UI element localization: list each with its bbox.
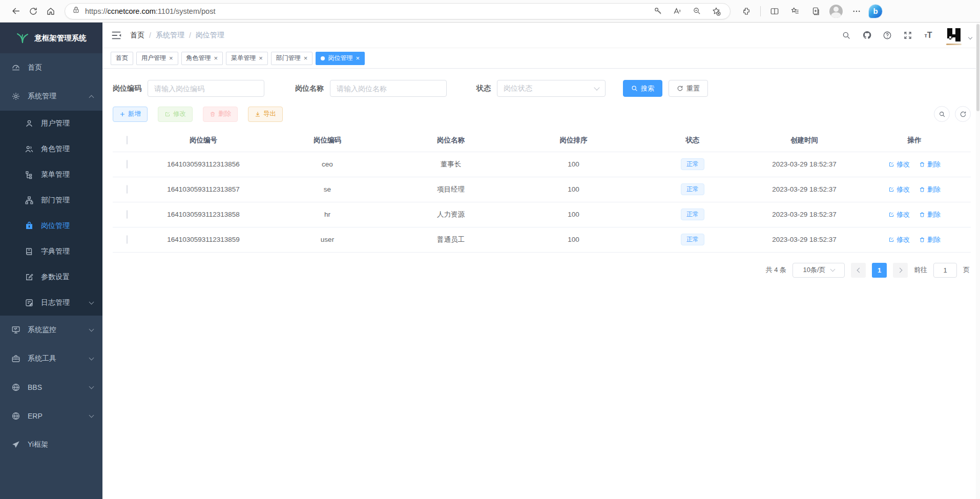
post-code-input[interactable] (148, 80, 264, 97)
goto-page-input[interactable] (933, 263, 957, 278)
browser-home-icon[interactable] (42, 3, 59, 20)
chevron-down-icon (89, 413, 94, 418)
tab-departments[interactable]: 部门管理× (271, 52, 313, 65)
close-icon[interactable]: × (259, 55, 263, 61)
post-name-input[interactable] (330, 80, 447, 97)
scrollbar-thumb[interactable] (976, 24, 979, 111)
split-screen-icon[interactable] (766, 3, 783, 20)
table-row[interactable]: 1641030593112313856 ceo 董事长 100 正常 2023-… (113, 152, 971, 177)
status-select[interactable]: 岗位状态 (497, 80, 606, 97)
favorites-icon[interactable] (786, 3, 804, 20)
close-icon[interactable]: × (214, 55, 218, 61)
tab-roles[interactable]: 角色管理× (181, 52, 223, 65)
close-icon[interactable]: × (304, 55, 308, 61)
sidebar-item-bbs[interactable]: BBS (0, 373, 102, 402)
password-key-icon[interactable] (649, 3, 666, 20)
tab-home[interactable]: 首页 (111, 52, 133, 65)
row-edit-link[interactable]: 修改 (888, 235, 910, 244)
browser-back-icon[interactable] (7, 3, 25, 20)
bing-chat-icon[interactable]: b (868, 4, 883, 18)
sidebar: 意框架管理系统 首页 系统管理 用户管理 角色管理 (0, 23, 102, 499)
delete-button[interactable]: 删除 (203, 107, 238, 122)
table-row[interactable]: 1641030593112313858 hr 人力资源 100 正常 2023-… (113, 202, 971, 227)
sidebar-item-system[interactable]: 系统管理 (0, 82, 102, 111)
breadcrumb-separator: / (149, 31, 151, 39)
sidebar-item-departments[interactable]: 部门管理 (0, 188, 102, 213)
add-favorite-icon[interactable] (707, 3, 725, 20)
row-edit-link[interactable]: 修改 (888, 185, 910, 194)
close-icon[interactable]: × (169, 55, 173, 61)
refresh-table-button[interactable] (955, 106, 971, 122)
sidebar-item-home[interactable]: 首页 (0, 53, 102, 82)
sidebar-collapse-icon[interactable] (111, 30, 122, 41)
sidebar-item-parameters[interactable]: 参数设置 (0, 264, 102, 290)
github-icon[interactable] (859, 28, 874, 43)
browser-menu-icon[interactable] (848, 3, 865, 20)
collections-icon[interactable] (807, 3, 824, 20)
user-avatar[interactable] (945, 27, 963, 44)
reset-button[interactable]: 重置 (669, 80, 708, 97)
dashboard-icon (11, 63, 20, 72)
refresh-icon (960, 111, 967, 118)
edit-button[interactable]: 修改 (158, 107, 193, 122)
tab-menus[interactable]: 菜单管理× (226, 52, 268, 65)
search-icon[interactable] (839, 28, 854, 43)
row-checkbox[interactable] (127, 210, 128, 219)
table-row[interactable]: 1641030593112313859 user 普通员工 100 正常 202… (113, 227, 971, 252)
add-button[interactable]: 新增 (113, 107, 148, 122)
row-delete-link[interactable]: 删除 (919, 235, 941, 244)
chevron-down-icon (89, 300, 94, 305)
show-search-button[interactable] (934, 106, 950, 122)
page-size-select[interactable]: 10条/页 (793, 263, 845, 278)
breadcrumb-home[interactable]: 首页 (130, 31, 144, 40)
help-icon[interactable] (880, 28, 895, 43)
export-button[interactable]: 导出 (248, 107, 283, 122)
next-page-button[interactable] (893, 263, 908, 278)
row-delete-link[interactable]: 删除 (919, 185, 941, 194)
read-aloud-icon[interactable] (669, 3, 686, 20)
table-row[interactable]: 1641030593112313857 se 项目经理 100 正常 2023-… (113, 177, 971, 202)
row-checkbox[interactable] (127, 160, 128, 169)
screen: https://ccnetcore.com:1101/system/post (0, 0, 980, 499)
close-icon[interactable]: × (356, 55, 360, 61)
table-header-row: 岗位编号 岗位编码 岗位名称 岗位排序 状态 创建时间 操作 (113, 129, 971, 152)
breadcrumb: 首页 / 系统管理 / 岗位管理 (130, 31, 224, 40)
fullscreen-icon[interactable] (900, 28, 915, 43)
sidebar-item-users[interactable]: 用户管理 (0, 111, 102, 136)
zoom-out-icon[interactable] (688, 3, 705, 20)
row-edit-link[interactable]: 修改 (888, 160, 910, 169)
row-delete-link[interactable]: 删除 (919, 210, 941, 219)
current-page[interactable]: 1 (872, 263, 887, 278)
sidebar-item-logs[interactable]: 日志管理 (0, 290, 102, 316)
browser-refresh-icon[interactable] (25, 3, 42, 20)
extensions-icon[interactable] (738, 3, 755, 20)
sidebar-item-posts[interactable]: 岗位管理 (0, 213, 102, 239)
chevron-down-icon[interactable] (968, 35, 972, 39)
tab-posts-active[interactable]: 岗位管理× (316, 52, 365, 65)
row-delete-link[interactable]: 删除 (919, 160, 941, 169)
tab-users[interactable]: 用户管理× (136, 52, 178, 65)
prev-page-button[interactable] (851, 263, 866, 278)
sidebar-item-menus[interactable]: 菜单管理 (0, 162, 102, 188)
row-checkbox[interactable] (127, 185, 128, 194)
sidebar-item-tools[interactable]: 系统工具 (0, 344, 102, 373)
sidebar-item-roles[interactable]: 角色管理 (0, 136, 102, 162)
sidebar-item-dictionary[interactable]: 字典管理 (0, 239, 102, 264)
font-size-icon[interactable]: тT (921, 28, 936, 43)
url-text[interactable]: https://ccnetcore.com:1101/system/post (85, 7, 649, 15)
select-all-checkbox[interactable] (127, 136, 128, 144)
profile-avatar[interactable] (827, 3, 845, 20)
trash-icon (919, 237, 925, 243)
edit-icon (888, 161, 894, 168)
lock-icon[interactable] (72, 6, 80, 16)
app-logo[interactable]: 意框架管理系统 (0, 23, 102, 53)
goto-label: 前往 (914, 265, 927, 275)
row-edit-link[interactable]: 修改 (888, 210, 910, 219)
sidebar-item-monitor[interactable]: 系统监控 (0, 316, 102, 344)
address-bar[interactable]: https://ccnetcore.com:1101/system/post (65, 3, 731, 19)
page-scrollbar[interactable] (976, 23, 980, 499)
row-checkbox[interactable] (127, 235, 128, 244)
sidebar-item-erp[interactable]: ERP (0, 402, 102, 430)
search-button[interactable]: 搜索 (623, 80, 662, 97)
sidebar-item-yi-framework[interactable]: Yi框架 (0, 430, 102, 459)
